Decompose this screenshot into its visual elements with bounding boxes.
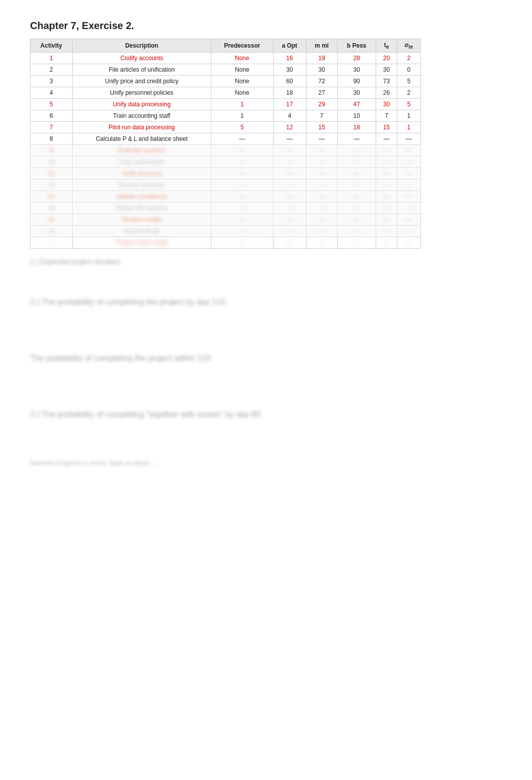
table-row: 7Pilot run data processing5121518151 xyxy=(31,122,421,133)
table-row-blurred-red: —Finalize total credits—————— xyxy=(31,237,421,249)
table-row-blurred: 15Finalize credits—————— xyxy=(31,214,421,226)
table-row: 1Codify accountsNone161928202 xyxy=(31,53,421,64)
col-te: te xyxy=(376,39,397,53)
table-row-blurred: 14Merge HR systems—————— xyxy=(31,203,421,214)
col-ste: σte xyxy=(397,39,421,53)
activity-table: Activity Description Predecessor a Opt m… xyxy=(30,39,421,249)
bottom-label: Network Diagram or Arrow Table on Back .… xyxy=(30,459,502,467)
blurred-label-1: 1.) Expected project duration: xyxy=(30,258,502,266)
table-row-blurred: 11Audit accounts—————— xyxy=(31,168,421,179)
col-description: Description xyxy=(72,39,211,53)
table-row: 5Unify data processing1172947305 xyxy=(31,99,421,110)
table-row-blurred: 12Review contracts—————— xyxy=(31,179,421,191)
page-title: Chapter 7, Exercise 2. xyxy=(30,20,502,32)
table-row: 3Unify price and credit policyNone607290… xyxy=(31,76,421,87)
table-row: 2File articles of unificationNone3030303… xyxy=(31,64,421,76)
table-row: 6Train accounting staff1471071 xyxy=(31,110,421,122)
section-4: 3.) The probability of completing "toget… xyxy=(30,410,502,419)
table-row: 4Unify personnel policiesNone182730262 xyxy=(31,87,421,99)
table-row: 8Calculate P & L and balance sheet—————— xyxy=(31,133,421,145)
section-3: The probability of completing the projec… xyxy=(30,354,502,363)
col-mml: m ml xyxy=(306,39,337,53)
table-row-blurred: 9Evaluate systems—————— xyxy=(31,145,421,156)
col-aopt: a Opt xyxy=(273,39,306,53)
col-activity: Activity xyxy=(31,39,73,53)
table-row-blurred: 10Train supervisors—————— xyxy=(31,156,421,168)
col-bpess: b Pess xyxy=(337,39,376,53)
col-predecessor: Predecessor xyxy=(211,39,273,53)
table-row-blurred: 16Submit filings—————— xyxy=(31,226,421,237)
section-2: 2.) The probability of completing the pr… xyxy=(30,298,502,307)
table-row-blurred: 13Update compliance—————— xyxy=(31,191,421,203)
